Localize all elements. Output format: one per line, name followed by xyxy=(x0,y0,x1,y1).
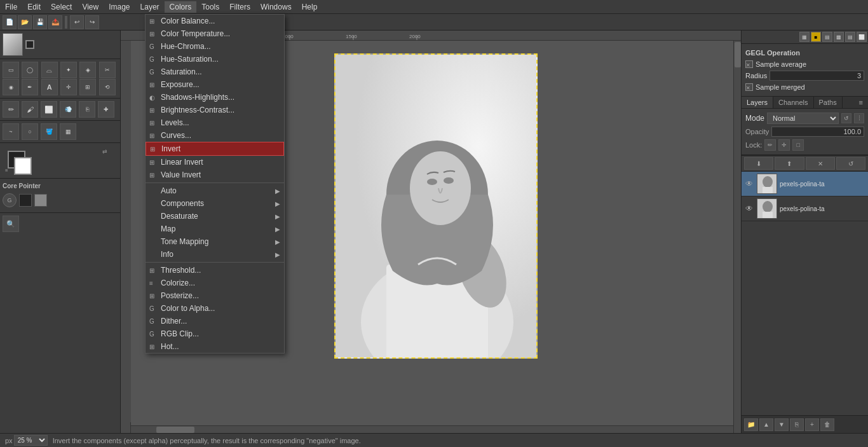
swap-colors[interactable]: ⇄ xyxy=(102,148,107,155)
panel-icon-2[interactable]: ■ xyxy=(811,32,821,42)
mode-select[interactable]: Normal Multiply Screen xyxy=(767,113,839,124)
layer-eye-1[interactable]: 👁 xyxy=(744,203,754,214)
menu-tone-mapping[interactable]: Tone Mapping ▶ xyxy=(146,235,284,248)
layer-delete[interactable]: 🗑 xyxy=(820,418,834,431)
layer-upload[interactable]: ⬆ xyxy=(775,157,804,170)
menu-levels[interactable]: ⊞ Levels... xyxy=(146,116,284,129)
tool-eraser[interactable]: ⬜ xyxy=(41,101,57,118)
toolbar-new[interactable]: 📄 xyxy=(3,15,17,29)
tool-fuzzy-select[interactable]: ✦ xyxy=(60,62,77,78)
reset-colors[interactable]: ■ xyxy=(5,167,8,173)
zoom-select[interactable]: 25 % 50 % 100 % xyxy=(14,435,48,446)
tool-free-select[interactable]: ⌓ xyxy=(41,62,58,78)
tool-clone[interactable]: ⎘ xyxy=(79,101,95,118)
toolbar-open[interactable]: 📂 xyxy=(18,15,32,29)
menu-saturation[interactable]: G Saturation... xyxy=(146,65,284,78)
layer-eye-0[interactable]: 👁 xyxy=(744,179,754,189)
menu-select[interactable]: Select xyxy=(46,1,77,13)
menu-hue-saturation[interactable]: G Hue-Saturation... xyxy=(146,53,284,65)
menu-windows[interactable]: Windows xyxy=(255,1,297,13)
layer-item-0[interactable]: 👁 pexels-polina-ta xyxy=(742,172,868,196)
lock-pixels[interactable]: ✏ xyxy=(764,139,776,151)
tab-paths[interactable]: Paths xyxy=(814,97,843,108)
sample-merged-checkbox[interactable] xyxy=(745,83,753,91)
menu-auto[interactable]: Auto ▶ xyxy=(146,184,284,197)
opacity-value[interactable]: 100.0 xyxy=(771,127,864,137)
layer-action3[interactable]: ✕ xyxy=(806,157,835,170)
layer-raise[interactable]: ▲ xyxy=(759,418,773,431)
tool-zoom[interactable]: 🔍 xyxy=(3,216,19,232)
layer-item-1[interactable]: 👁 pexels-polina-ta xyxy=(742,196,868,221)
layer-action4[interactable]: ↺ xyxy=(836,157,865,170)
menu-dither[interactable]: G Dither... xyxy=(146,315,284,327)
horizontal-scrollbar[interactable] xyxy=(156,427,194,433)
panel-close[interactable]: ⬜ xyxy=(857,32,867,42)
menu-color-temperature[interactable]: ⊞ Color Temperature... xyxy=(146,27,284,40)
vertical-scrollbar[interactable] xyxy=(735,42,741,67)
tool-select-by-color[interactable]: ◈ xyxy=(79,62,96,78)
menu-color-to-alpha[interactable]: G Color to Alpha... xyxy=(146,302,284,315)
menu-posterize[interactable]: ⊞ Posterize... xyxy=(146,289,284,302)
tool-pencil[interactable]: ✏ xyxy=(3,101,19,118)
tool-transform[interactable]: ⟲ xyxy=(99,79,116,95)
menu-linear-invert[interactable]: ⊞ Linear Invert xyxy=(146,156,284,168)
menu-invert[interactable]: ⊞ Invert xyxy=(146,142,284,156)
menu-brightness-contrast[interactable]: ⊞ Brightness-Contrast... xyxy=(146,104,284,116)
lock-position[interactable]: ✛ xyxy=(778,139,790,151)
panel-icon-5[interactable]: ▤ xyxy=(845,32,855,42)
tool-paintbrush[interactable]: 🖌 xyxy=(22,101,38,118)
menu-value-invert[interactable]: ⊞ Value Invert xyxy=(146,168,284,181)
menu-map[interactable]: Map ▶ xyxy=(146,223,284,235)
menu-curves[interactable]: ⊞ Curves... xyxy=(146,129,284,142)
menu-rgb-clip[interactable]: G RGB Clip... xyxy=(146,327,284,340)
mode-more[interactable]: ⋮ xyxy=(854,113,864,123)
toolbar-redo[interactable]: ↪ xyxy=(85,15,99,29)
tool-rect-select[interactable]: ▭ xyxy=(3,62,19,78)
menu-view[interactable]: View xyxy=(77,1,104,13)
panel-icon-3[interactable]: ▤ xyxy=(822,32,832,42)
tool-move[interactable]: ✛ xyxy=(60,79,77,95)
lock-alpha[interactable]: □ xyxy=(792,139,804,151)
tool-gradient[interactable]: ▦ xyxy=(60,123,76,140)
layer-lower[interactable]: ▼ xyxy=(775,418,789,431)
menu-exposure[interactable]: ⊞ Exposure... xyxy=(146,78,284,91)
background-color[interactable] xyxy=(14,157,32,175)
tab-layers[interactable]: Layers xyxy=(742,97,773,108)
tool-fill[interactable]: 🪣 xyxy=(41,123,57,140)
menu-image[interactable]: Image xyxy=(104,1,135,13)
layer-duplicate[interactable]: ⎘ xyxy=(790,418,804,431)
tool-align[interactable]: ⊞ xyxy=(79,79,96,95)
menu-shadows-highlights[interactable]: ◐ Shadows-Highlights... xyxy=(146,91,284,104)
panel-icon-4[interactable]: ▩ xyxy=(834,32,844,42)
mode-reset[interactable]: ↺ xyxy=(841,113,851,123)
menu-layer[interactable]: Layer xyxy=(135,1,165,13)
tool-smudge[interactable]: ~ xyxy=(3,123,19,140)
toolbar-undo[interactable]: ↩ xyxy=(70,15,84,29)
tool-foreground-select[interactable]: ◉ xyxy=(3,79,19,95)
tab-more[interactable]: ≡ xyxy=(854,97,868,108)
menu-edit[interactable]: Edit xyxy=(22,1,46,13)
menu-colors[interactable]: Colors xyxy=(165,1,197,13)
menu-desaturate[interactable]: Desaturate ▶ xyxy=(146,210,284,223)
tool-text[interactable]: A xyxy=(41,79,58,95)
menu-filters[interactable]: Filters xyxy=(224,1,255,13)
menu-file[interactable]: File xyxy=(0,1,22,13)
tool-dodge-burn[interactable]: ○ xyxy=(22,123,38,140)
menu-colorize[interactable]: ≡ Colorize... xyxy=(146,277,284,289)
menu-components[interactable]: Components ▶ xyxy=(146,197,284,210)
menu-tools[interactable]: Tools xyxy=(196,1,224,13)
tool-scissors[interactable]: ✂ xyxy=(99,62,116,78)
panel-icon-1[interactable]: ▦ xyxy=(799,32,810,42)
tool-ellipse-select[interactable]: ◯ xyxy=(22,62,38,78)
tab-channels[interactable]: Channels xyxy=(773,97,813,108)
menu-hot[interactable]: ⊞ Hot... xyxy=(146,340,284,353)
sample-average-checkbox[interactable] xyxy=(745,60,753,68)
radius-value[interactable]: 3 xyxy=(770,71,864,81)
menu-threshold[interactable]: ⊞ Threshold... xyxy=(146,264,284,277)
layer-download[interactable]: ⬇ xyxy=(744,157,773,170)
menu-color-balance[interactable]: ⊞ Color Balance... xyxy=(146,15,284,27)
layer-add-from-file[interactable]: 📁 xyxy=(744,418,758,431)
toolbar-export[interactable]: 📤 xyxy=(48,15,62,29)
toolbar-save[interactable]: 💾 xyxy=(33,15,47,29)
tool-heal[interactable]: ✚ xyxy=(98,101,114,118)
